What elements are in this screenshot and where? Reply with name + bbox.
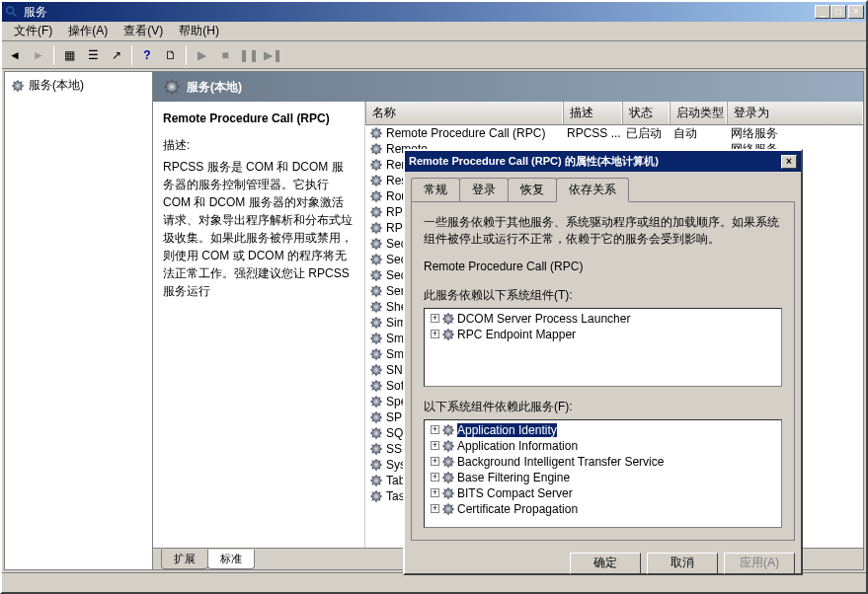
col-logon[interactable]: 登录为	[727, 102, 863, 124]
ok-button[interactable]: 确定	[570, 553, 641, 574]
start-button[interactable]: ▶	[191, 44, 212, 66]
gear-icon	[369, 474, 383, 487]
dialog-buttons: 确定 取消 应用(A)	[405, 547, 801, 580]
dependent-name: BITS Compact Server	[457, 486, 573, 500]
dependent-name: Base Filtering Engine	[457, 471, 570, 484]
gear-icon	[369, 332, 383, 345]
gear-icon	[441, 328, 455, 341]
gear-icon	[441, 471, 455, 484]
tree-panel[interactable]: 服务(本地)	[5, 72, 153, 569]
description-label: 描述:	[163, 137, 355, 154]
gear-icon	[441, 423, 455, 437]
gear-icon	[369, 189, 383, 203]
gear-icon	[369, 300, 383, 314]
dependent-item[interactable]: +Certificate Propagation	[427, 501, 779, 517]
expand-icon[interactable]: +	[431, 457, 439, 466]
expand-icon[interactable]: +	[431, 504, 439, 513]
menu-help[interactable]: 帮助(H)	[171, 21, 227, 41]
gear-icon	[369, 379, 383, 393]
dependency-item[interactable]: +RPC Endpoint Mapper	[427, 327, 779, 342]
gear-icon	[369, 363, 383, 377]
dialog-title: Remote Procedure Call (RPC) 的属性(本地计算机)	[409, 154, 781, 169]
menu-action[interactable]: 操作(A)	[60, 21, 116, 41]
tab-dependencies[interactable]: 依存关系	[556, 178, 629, 202]
dependency-name: DCOM Server Process Launcher	[457, 312, 630, 326]
window-title: 服务	[24, 4, 815, 21]
gear-icon	[369, 158, 383, 172]
minimize-button[interactable]: _	[815, 5, 830, 19]
apply-button[interactable]: 应用(A)	[724, 553, 795, 574]
gear-icon	[369, 221, 383, 235]
export-button[interactable]: ↗	[106, 44, 127, 66]
service-startup: 自动	[670, 125, 727, 143]
refresh-button[interactable]: 🗋	[160, 44, 182, 66]
dependent-item[interactable]: +Application Information	[427, 438, 779, 454]
expand-icon[interactable]: +	[431, 425, 439, 434]
tab-extended[interactable]: 扩展	[161, 550, 208, 569]
gear-icon	[369, 347, 383, 361]
forward-button[interactable]: ►	[28, 44, 49, 66]
menu-view[interactable]: 查看(V)	[116, 21, 171, 41]
tab-recovery[interactable]: 恢复	[508, 178, 557, 201]
depends-on-tree[interactable]: +DCOM Server Process Launcher+RPC Endpoi…	[424, 308, 782, 387]
toolbar: ◄ ► ▦ ☰ ↗ ? 🗋 ▶ ■ ❚❚ ▶❚	[2, 41, 866, 69]
expand-icon[interactable]: +	[431, 330, 439, 338]
dependent-item[interactable]: +Application Identity	[427, 422, 779, 438]
col-startup[interactable]: 启动类型	[670, 102, 727, 124]
dependent-item[interactable]: +BITS Compact Server	[427, 485, 779, 501]
tree-root-node[interactable]: 服务(本地)	[9, 76, 148, 95]
restart-button[interactable]: ▶❚	[262, 44, 283, 66]
gear-icon	[441, 312, 455, 326]
dependent-name: Application Information	[457, 439, 578, 453]
dependency-item[interactable]: +DCOM Server Process Launcher	[427, 311, 779, 327]
tab-logon[interactable]: 登录	[459, 178, 509, 201]
pause-button[interactable]: ❚❚	[238, 44, 260, 66]
dependent-item[interactable]: +Base Filtering Engine	[427, 470, 779, 485]
dependent-item[interactable]: +Background Intelligent Transfer Service	[427, 454, 779, 470]
content-header-text: 服务(本地)	[187, 79, 242, 96]
props-button[interactable]: ▦	[58, 44, 80, 66]
dependents-tree[interactable]: +Application Identity+Application Inform…	[424, 419, 782, 528]
gear-icon	[369, 126, 383, 140]
cancel-button[interactable]: 取消	[647, 553, 718, 574]
gear-icon	[11, 79, 25, 93]
tab-standard[interactable]: 标准	[207, 550, 255, 569]
gear-icon	[441, 502, 455, 516]
depends-on-label: 此服务依赖以下系统组件(T):	[424, 287, 782, 304]
expand-icon[interactable]: +	[431, 314, 439, 323]
menu-file[interactable]: 文件(F)	[6, 21, 60, 41]
gear-icon	[369, 458, 383, 472]
titlebar[interactable]: 服务 _ □ ×	[2, 2, 866, 22]
expand-icon[interactable]: +	[431, 473, 439, 482]
dependent-name: Certificate Propagation	[457, 502, 578, 516]
dependencies-panel: 一些服务依赖于其他服务、系统驱动程序或组的加载顺序。如果系统组件被停止或运行不正…	[411, 201, 795, 541]
expand-icon[interactable]: +	[431, 488, 439, 497]
selected-service-name: Remote Procedure Call (RPC)	[163, 111, 355, 125]
gear-icon	[369, 489, 383, 503]
gear-icon	[369, 268, 383, 282]
dialog-titlebar[interactable]: Remote Procedure Call (RPC) 的属性(本地计算机) ×	[405, 151, 801, 172]
dialog-close-button[interactable]: ×	[781, 155, 797, 169]
gear-icon	[369, 395, 383, 408]
view-button[interactable]: ☰	[82, 44, 104, 66]
description-text: RPCSS 服务是 COM 和 DCOM 服务器的服务控制管理器。它执行 COM…	[163, 158, 355, 300]
maximize-button[interactable]: □	[830, 5, 846, 19]
back-button[interactable]: ◄	[4, 44, 26, 66]
close-button[interactable]: ×	[848, 5, 864, 19]
gear-icon	[441, 439, 455, 453]
col-name[interactable]: 名称	[365, 102, 563, 124]
dialog-tabs: 常规 登录 恢复 依存关系	[405, 172, 801, 201]
col-status[interactable]: 状态	[622, 102, 670, 124]
app-icon	[4, 4, 20, 20]
tab-general[interactable]: 常规	[411, 178, 460, 201]
gear-icon	[369, 253, 383, 266]
expand-icon[interactable]: +	[431, 441, 439, 450]
list-header: 名称 描述 状态 启动类型 登录为	[365, 102, 863, 125]
stop-button[interactable]: ■	[214, 44, 236, 66]
description-panel: Remote Procedure Call (RPC) 描述: RPCSS 服务…	[153, 102, 365, 548]
dependent-name: Application Identity	[457, 423, 557, 437]
gear-icon	[369, 174, 383, 187]
properties-dialog: Remote Procedure Call (RPC) 的属性(本地计算机) ×…	[403, 149, 803, 575]
help-button[interactable]: ?	[136, 44, 158, 66]
col-desc[interactable]: 描述	[563, 102, 622, 124]
